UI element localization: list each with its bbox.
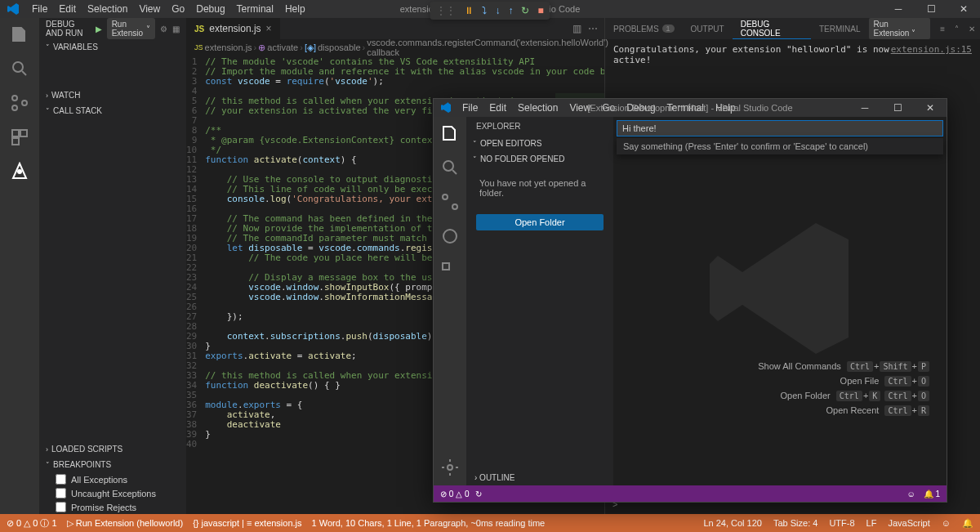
ellipsis-icon[interactable]: ▦ xyxy=(172,25,180,34)
devhost-files-icon[interactable] xyxy=(440,123,460,143)
minimize-button[interactable]: ─ xyxy=(882,0,915,18)
devhost-status-errors[interactable]: ⊘ 0 △ 0 xyxy=(440,490,469,498)
variables-section[interactable]: ˅VARIABLES xyxy=(39,39,186,55)
split-editor-icon[interactable]: ▥ xyxy=(572,23,581,34)
editor-tab[interactable]: JS extension.js × xyxy=(186,18,280,39)
status-debug-target[interactable]: ▷ Run Extension (helloworld) xyxy=(67,518,184,529)
menu-go[interactable]: Go xyxy=(166,3,190,15)
status-language[interactable]: JavaScript xyxy=(888,518,929,529)
more-actions-icon[interactable]: ⋯ xyxy=(588,23,598,34)
menu-edit[interactable]: Edit xyxy=(53,3,82,15)
svg-point-4 xyxy=(22,101,27,105)
devhost-status-feedback-icon[interactable]: ☺ xyxy=(906,490,915,498)
svg-point-8 xyxy=(17,169,22,174)
status-encoding[interactable]: UTF-8 xyxy=(829,518,854,529)
outline-section[interactable]: › OUTLINE xyxy=(466,470,613,485)
status-cursor[interactable]: Ln 24, Col 120 xyxy=(703,518,762,529)
menu-debug[interactable]: Debug xyxy=(190,3,230,15)
breakpoint-checkbox[interactable] xyxy=(56,474,66,485)
breakpoint-checkbox[interactable] xyxy=(56,488,66,498)
svg-rect-14 xyxy=(443,263,449,270)
no-folder-section[interactable]: ˅NO FOLDER OPENED xyxy=(466,151,613,167)
devhost-menu-edit[interactable]: Edit xyxy=(483,102,512,114)
debug-config-dropdown[interactable]: Run Extensio ˅ xyxy=(107,18,155,39)
step-out-icon[interactable]: ↑ xyxy=(508,5,513,16)
devhost-status-bell-icon[interactable]: 🔔 1 xyxy=(924,490,940,498)
status-tabsize[interactable]: Tab Size: 4 xyxy=(773,518,817,529)
step-over-icon[interactable]: ⤵ xyxy=(482,5,487,16)
tab-close-icon[interactable]: × xyxy=(266,23,272,34)
devhost-debug-icon[interactable] xyxy=(440,226,460,246)
extension-dev-host-window: File Edit Selection View Go Debug Termin… xyxy=(433,98,947,503)
devhost-explorer: EXPLORER ˅OPEN EDITORS ˅NO FOLDER OPENED… xyxy=(466,117,613,485)
callstack-section[interactable]: ˅CALL STACK xyxy=(39,103,186,118)
debug-toolbar[interactable]: ⋮⋮ ⏸ ⤵ ↓ ↑ ↻ ■ xyxy=(430,2,550,20)
status-word-count[interactable]: 1 Word, 10 Chars, 1 Line, 1 Paragraph, ~… xyxy=(312,518,546,528)
files-icon[interactable] xyxy=(10,25,29,44)
debug-session-dropdown[interactable]: Run Extension ˅ xyxy=(869,18,931,39)
devhost-close-button[interactable]: ✕ xyxy=(914,99,947,117)
devhost-menu-file[interactable]: File xyxy=(457,102,483,114)
scm-icon[interactable] xyxy=(10,93,29,113)
console-source-link[interactable]: extension.js:15 xyxy=(891,44,972,65)
menu-terminal[interactable]: Terminal xyxy=(231,3,279,15)
svg-rect-7 xyxy=(12,138,19,145)
devhost-search-icon[interactable] xyxy=(440,158,460,177)
menu-selection[interactable]: Selection xyxy=(82,3,133,15)
maximize-button[interactable]: ☐ xyxy=(915,0,947,18)
svg-point-15 xyxy=(448,465,452,470)
menu-file[interactable]: File xyxy=(26,3,53,15)
gear-icon[interactable]: ⚙ xyxy=(160,25,167,34)
vscode-watermark-icon xyxy=(702,207,865,370)
panel-close-icon[interactable]: ✕ xyxy=(964,25,980,34)
close-button[interactable]: ✕ xyxy=(947,0,980,18)
drag-handle-icon[interactable]: ⋮⋮ xyxy=(436,5,456,16)
svg-rect-5 xyxy=(12,130,19,136)
chevron-up-icon[interactable]: ˄ xyxy=(950,25,964,34)
devhost-minimize-button[interactable]: ─ xyxy=(849,99,881,117)
devhost-title: [Extension Development Host] - Visual St… xyxy=(587,103,792,113)
breakpoint-item[interactable]: All Exceptions xyxy=(39,472,186,486)
devhost-editor-area: Hi there! Say something (Press 'Enter' t… xyxy=(613,117,947,485)
status-errors[interactable]: ⊘ 0 △ 0 ⓘ 1 xyxy=(7,517,57,530)
devhost-maximize-button[interactable]: ☐ xyxy=(881,99,914,117)
input-box[interactable]: Hi there! xyxy=(617,120,943,136)
stop-icon[interactable]: ■ xyxy=(537,5,543,16)
breakpoint-item[interactable]: Promise Rejects xyxy=(39,500,186,514)
loaded-scripts-section[interactable]: ›LOADED SCRIPTS xyxy=(39,441,186,457)
clear-console-icon[interactable]: ≡ xyxy=(935,25,950,34)
devhost-menu-selection[interactable]: Selection xyxy=(512,102,564,114)
extensions-icon[interactable] xyxy=(10,127,29,147)
debug-console-tab[interactable]: DEBUG CONSOLE xyxy=(733,18,811,39)
no-folder-message: You have not yet opened a folder. xyxy=(466,167,613,209)
watch-section[interactable]: ›WATCH xyxy=(39,87,186,103)
menu-view[interactable]: View xyxy=(133,3,166,15)
breakpoints-section[interactable]: ˅BREAKPOINTS xyxy=(39,457,186,472)
problems-tab[interactable]: PROBLEMS1 xyxy=(605,18,683,39)
pause-icon[interactable]: ⏸ xyxy=(464,5,474,16)
svg-point-11 xyxy=(443,194,448,199)
terminal-tab[interactable]: TERMINAL xyxy=(811,18,869,39)
breakpoint-checkbox[interactable] xyxy=(56,502,66,512)
status-bell-icon[interactable]: 🔔 xyxy=(962,518,973,529)
devhost-extensions-icon[interactable] xyxy=(440,261,460,280)
step-into-icon[interactable]: ↓ xyxy=(495,5,500,16)
status-language-file[interactable]: {} javascript | ≡ extension.js xyxy=(193,518,301,528)
devhost-settings-icon[interactable] xyxy=(440,458,460,477)
status-feedback-icon[interactable]: ☺ xyxy=(942,518,951,529)
search-icon[interactable] xyxy=(10,59,29,78)
open-editors-section[interactable]: ˅OPEN EDITORS xyxy=(466,136,613,151)
start-debug-icon[interactable]: ▶ xyxy=(96,25,102,34)
status-eol[interactable]: LF xyxy=(866,518,877,529)
breadcrumb[interactable]: JS extension.js› ⊕activate› [◈]disposabl… xyxy=(186,39,604,56)
input-hint: Say something (Press 'Enter' to confirm … xyxy=(617,138,943,154)
output-tab[interactable]: OUTPUT xyxy=(683,18,733,39)
devhost-status-reload[interactable]: ↻ xyxy=(475,490,482,498)
restart-icon[interactable]: ↻ xyxy=(521,5,529,16)
svg-point-2 xyxy=(12,96,17,101)
open-folder-button[interactable]: Open Folder xyxy=(476,214,604,230)
devhost-scm-icon[interactable] xyxy=(440,192,460,212)
menu-help[interactable]: Help xyxy=(279,3,311,15)
debug-icon[interactable] xyxy=(10,162,29,181)
breakpoint-item[interactable]: Uncaught Exceptions xyxy=(39,486,186,500)
